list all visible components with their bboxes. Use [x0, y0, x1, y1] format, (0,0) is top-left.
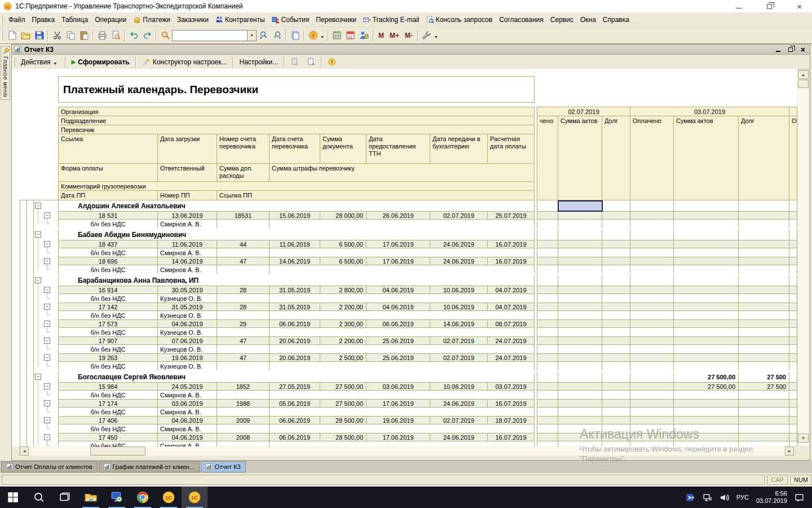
table-cell[interactable] — [789, 220, 797, 228]
table-cell[interactable]: 03.06.2019 — [158, 399, 217, 408]
table-cell[interactable]: 04.06.2019 — [158, 433, 217, 441]
table-cell[interactable] — [789, 311, 797, 319]
table-cell[interactable]: 04.06.2019 — [367, 303, 430, 311]
selected-cell[interactable] — [558, 200, 603, 212]
table-cell[interactable]: 17.06.2019 — [367, 240, 430, 248]
table-cell[interactable] — [558, 319, 602, 328]
actions-button[interactable]: Действия▼ — [17, 57, 63, 67]
table-cell[interactable] — [630, 311, 674, 319]
table-cell[interactable] — [558, 391, 602, 399]
table-cell[interactable]: 13.06.2019 — [158, 211, 217, 220]
table-cell[interactable] — [602, 201, 630, 211]
table-cell[interactable]: 02.07.2019 — [430, 353, 488, 362]
table-cell[interactable] — [537, 382, 558, 391]
table-cell[interactable]: Смирнов А. В. — [158, 220, 217, 228]
table-cell[interactable] — [630, 416, 674, 424]
table-cell[interactable]: Смирнов А. В. — [158, 441, 217, 446]
table-cell[interactable] — [630, 328, 674, 336]
table-cell[interactable]: 03.06.2019 — [367, 382, 430, 391]
table-cell[interactable] — [558, 286, 602, 294]
table-cell[interactable]: б/н без НДС — [58, 328, 158, 336]
table-cell[interactable] — [537, 294, 558, 303]
table-cell[interactable]: 05.06.2019 — [270, 399, 320, 408]
table-cell[interactable] — [537, 257, 558, 265]
table-cell[interactable] — [270, 345, 535, 353]
column-header[interactable]: Дата загрузки — [158, 134, 217, 164]
table-cell[interactable] — [739, 230, 789, 240]
table-cell[interactable]: 47 — [217, 257, 270, 265]
volume-icon[interactable] — [720, 493, 729, 502]
table-cell[interactable] — [739, 294, 789, 303]
undo-button[interactable] — [127, 29, 140, 42]
table-cell[interactable]: 27 500,00 — [320, 382, 367, 391]
column-header[interactable]: О — [789, 116, 797, 200]
menu-item-операции[interactable]: Операции — [91, 14, 130, 25]
table-cell[interactable] — [537, 211, 558, 220]
table-cell[interactable] — [217, 294, 270, 303]
copy-button[interactable] — [64, 29, 77, 42]
table-cell[interactable]: 19.06.2019 — [367, 416, 430, 424]
search-taskbar-button[interactable] — [26, 487, 52, 508]
table-cell[interactable] — [674, 345, 739, 353]
table-cell[interactable] — [630, 362, 674, 370]
new-doc-button[interactable] — [5, 29, 19, 42]
table-cell[interactable] — [602, 230, 630, 240]
column-header[interactable]: Дата ПП — [58, 191, 158, 200]
menu-item-заказчики[interactable]: Заказчики — [174, 14, 212, 25]
table-cell[interactable]: 04.07.2019 — [488, 286, 535, 294]
report-spreadsheet[interactable]: Платежный календарь. ПеревозчикиОрганиза… — [0, 69, 812, 446]
table-cell[interactable] — [558, 362, 602, 370]
menu-item-контрагенты[interactable]: Контрагенты — [212, 14, 268, 25]
table-cell[interactable] — [630, 201, 674, 211]
table-cell[interactable]: 19 263 — [58, 353, 158, 362]
table-cell[interactable] — [674, 319, 739, 328]
table-cell[interactable]: 27 500 — [739, 372, 789, 382]
table-cell[interactable] — [537, 353, 558, 362]
table-cell[interactable] — [558, 424, 602, 433]
table-cell[interactable]: 06.06.2019 — [270, 416, 320, 424]
table-cell[interactable]: 04.07.2019 — [488, 303, 535, 311]
table-cell[interactable] — [602, 353, 630, 362]
column-header[interactable]: Сумма доп. расходы — [217, 164, 270, 182]
table-cell[interactable] — [537, 416, 558, 424]
column-header[interactable]: Номер ПП — [158, 191, 217, 200]
table-cell[interactable] — [789, 286, 797, 294]
table-cell[interactable]: б/н без НДС — [58, 265, 158, 274]
table-cell[interactable] — [537, 433, 558, 441]
scroll-up-icon[interactable]: ▲ — [798, 70, 809, 79]
close-icon[interactable]: × — [797, 2, 802, 11]
table-cell[interactable]: 16.07.2019 — [488, 257, 535, 265]
table-cell[interactable] — [789, 211, 797, 220]
network-icon[interactable] — [703, 493, 712, 502]
search-back-button[interactable] — [270, 29, 284, 42]
table-cell[interactable]: 17 450 — [58, 433, 158, 441]
table-cell[interactable] — [630, 372, 674, 382]
menu-item-файл[interactable]: Файл — [5, 14, 29, 25]
table-cell[interactable] — [217, 220, 270, 228]
table-cell[interactable]: 16.07.2019 — [488, 240, 535, 248]
table-cell[interactable] — [739, 303, 789, 311]
table-cell[interactable] — [674, 275, 739, 286]
table-cell[interactable] — [739, 408, 789, 416]
table-cell[interactable] — [789, 424, 797, 433]
preview-button[interactable] — [109, 29, 122, 42]
table-cell[interactable]: Смирнов А. В. — [158, 248, 217, 257]
paste-button[interactable] — [77, 29, 91, 42]
table-cell[interactable]: б/н без НДС — [58, 345, 158, 353]
table-cell[interactable] — [630, 441, 674, 446]
table-cell[interactable]: 2 300,00 — [320, 319, 367, 328]
table-cell[interactable]: б/н без НДС — [58, 391, 158, 399]
cut-button[interactable] — [50, 29, 64, 42]
table-cell[interactable]: 24.06.2019 — [430, 433, 488, 441]
table-cell[interactable] — [789, 399, 797, 408]
horizontal-scrollbar[interactable]: ◄ ► — [20, 446, 794, 456]
table-cell[interactable] — [270, 294, 535, 303]
menu-item-платежи[interactable]: Платежи — [130, 14, 174, 25]
table-cell[interactable]: 28 — [217, 286, 270, 294]
table-cell[interactable]: Кузнецов О. В. — [158, 345, 217, 353]
column-header[interactable]: Оплачено — [630, 116, 674, 200]
table-cell[interactable] — [739, 257, 789, 265]
table-cell[interactable]: 14.06.2019 — [158, 257, 217, 265]
table-cell[interactable]: 2 800,00 — [320, 286, 367, 294]
table-cell[interactable] — [602, 408, 630, 416]
